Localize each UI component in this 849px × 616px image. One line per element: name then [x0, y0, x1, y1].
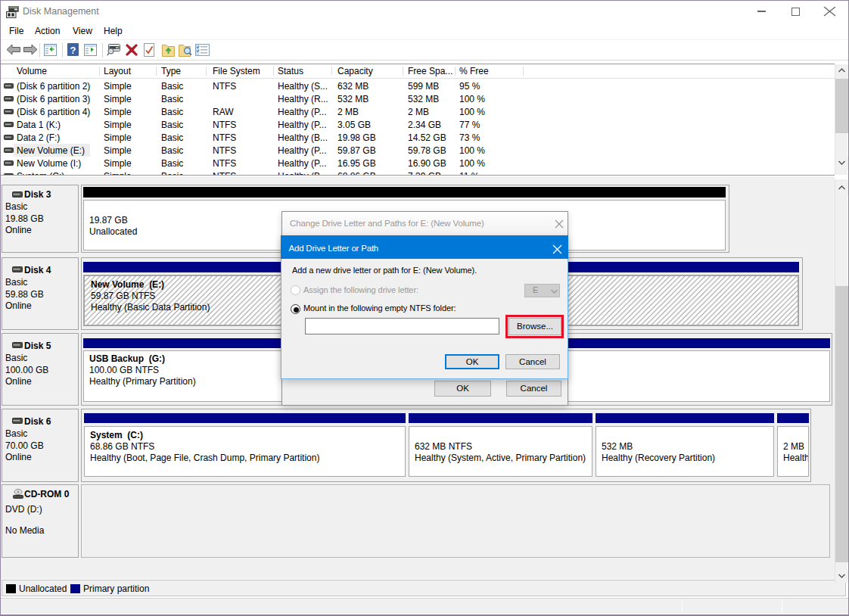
svg-text:?: ? [70, 45, 76, 56]
